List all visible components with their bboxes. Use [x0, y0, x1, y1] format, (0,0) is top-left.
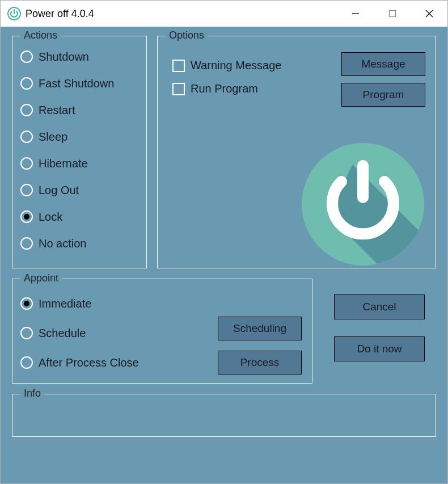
radio-icon — [20, 77, 33, 90]
client-area: Actions Shutdown Fast Shutdown Restart S… — [1, 27, 447, 483]
message-button[interactable]: Message — [341, 52, 425, 76]
radio-label: Restart — [39, 104, 75, 117]
action-lock[interactable]: Lock — [20, 205, 138, 228]
window-controls — [337, 1, 447, 27]
process-button[interactable]: Process — [218, 351, 302, 374]
scheduling-button[interactable]: Scheduling — [218, 317, 302, 340]
radio-label: Sleep — [39, 131, 67, 144]
action-restart[interactable]: Restart — [20, 99, 138, 121]
radio-icon — [20, 184, 33, 196]
options-legend: Options — [166, 30, 208, 41]
radio-icon — [20, 157, 33, 170]
radio-label: Lock — [39, 211, 62, 224]
close-button[interactable] — [411, 1, 447, 27]
radio-icon — [20, 327, 33, 339]
radio-label: After Process Close — [39, 356, 139, 369]
radio-label: No action — [39, 237, 87, 250]
action-no-action[interactable]: No action — [20, 232, 138, 255]
action-fast-shutdown[interactable]: Fast Shutdown — [20, 72, 138, 95]
info-legend: Info — [20, 388, 44, 399]
svg-rect-2 — [389, 11, 395, 17]
appoint-group: Appoint Immediate Schedule After Process… — [12, 279, 312, 384]
program-button[interactable]: Program — [341, 83, 425, 107]
radio-label: Hibernate — [39, 157, 88, 170]
app-window: Power off 4.0.4 Actions Shutdown — [0, 0, 448, 484]
main-buttons: Cancel Do it now — [323, 279, 436, 384]
radio-label: Fast Shutdown — [39, 77, 114, 90]
maximize-button[interactable] — [374, 1, 411, 27]
check-label: Warning Message — [191, 59, 281, 72]
mid-row: Appoint Immediate Schedule After Process… — [12, 279, 436, 384]
radio-label: Immediate — [39, 297, 91, 310]
check-label: Run Program — [191, 82, 258, 95]
action-shutdown[interactable]: Shutdown — [20, 45, 138, 68]
checkbox-icon — [172, 60, 185, 72]
radio-icon — [20, 131, 33, 143]
titlebar: Power off 4.0.4 — [1, 1, 447, 27]
power-logo-icon — [301, 142, 425, 267]
radio-icon — [20, 50, 33, 63]
radio-icon — [20, 211, 33, 223]
actions-legend: Actions — [20, 30, 61, 41]
action-hibernate[interactable]: Hibernate — [20, 152, 138, 175]
minimize-button[interactable] — [337, 1, 374, 27]
appoint-buttons: Scheduling Process — [218, 317, 302, 374]
radio-icon — [20, 297, 33, 310]
actions-group: Actions Shutdown Fast Shutdown Restart S… — [12, 36, 147, 268]
info-group: Info — [12, 394, 436, 437]
appoint-immediate[interactable]: Immediate — [20, 293, 304, 314]
radio-label: Shutdown — [39, 50, 89, 64]
radio-icon — [20, 104, 33, 116]
action-log-out[interactable]: Log Out — [20, 179, 138, 201]
radio-icon — [20, 356, 33, 369]
power-icon — [7, 7, 21, 20]
radio-label: Log Out — [39, 184, 79, 197]
options-buttons: Message Program — [341, 52, 425, 107]
checkbox-icon — [172, 83, 185, 95]
action-sleep[interactable]: Sleep — [20, 125, 138, 148]
cancel-button[interactable]: Cancel — [334, 294, 425, 319]
top-row: Actions Shutdown Fast Shutdown Restart S… — [12, 36, 436, 268]
options-group: Options Warning Message Run Program Mess… — [157, 36, 436, 268]
window-title: Power off 4.0.4 — [26, 8, 337, 20]
do-it-now-button[interactable]: Do it now — [334, 336, 425, 361]
appoint-legend: Appoint — [20, 272, 62, 284]
radio-label: Schedule — [39, 327, 86, 340]
radio-icon — [20, 237, 33, 250]
